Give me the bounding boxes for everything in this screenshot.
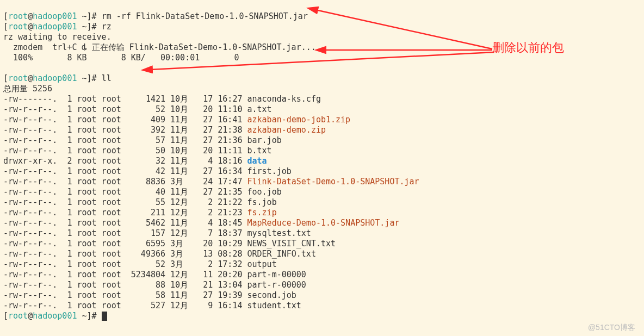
- list-row: -rw-r--r--. 1 root root 55 12月 2 21:22 f…: [3, 197, 277, 207]
- list-row: -rw-r--r--. 1 root root 40 11月 27 21:35 …: [3, 187, 282, 197]
- file-name: azkaban-demo.zip: [247, 125, 326, 135]
- rz-wait-line: rz waiting to receive.: [3, 32, 112, 42]
- file-name: part-r-00000: [247, 280, 306, 290]
- command-rm: rm -rf Flink-DataSet-Demo-1.0-SNAPSHOT.j…: [102, 11, 308, 21]
- file-name: foo.job: [247, 187, 281, 197]
- file-name: anaconda-ks.cfg: [247, 94, 320, 104]
- command-ll: ll: [102, 73, 112, 83]
- file-name: fs.job: [247, 197, 276, 207]
- list-row: drwxr-xr-x. 2 root root 32 11月 4 18:16 d…: [3, 156, 267, 166]
- list-row: -rw-------. 1 root root 1421 10月 17 16:2…: [3, 94, 321, 104]
- list-row: -rw-r--r--. 1 root root 6595 3月 20 10:29…: [3, 239, 336, 248]
- list-row: -rw-r--r--. 1 root root 58 11月 27 19:39 …: [3, 290, 296, 300]
- progress-line: 100% 8 KB 8 KB/ 00:00:01 0: [3, 53, 239, 63]
- prompt-1: [root@hadoop001 ~]#: [3, 11, 97, 21]
- list-row: -rw-r--r--. 1 root root 52 10月 20 11:10 …: [3, 104, 272, 114]
- file-name: bar.job: [247, 135, 281, 145]
- prompt-3: [root@hadoop001 ~]#: [3, 73, 97, 83]
- file-name: MapReduce-Demo-1.0-SNAPSHOT.jar: [247, 218, 399, 228]
- list-row: -rw-r--r--. 1 root root 5234804 12月 11 2…: [3, 270, 306, 279]
- file-name: NEWS_VISIT_CNT.txt: [247, 239, 336, 248]
- list-row: -rw-r--r--. 1 root root 409 11月 27 16:41…: [3, 115, 350, 125]
- list-row: -rw-r--r--. 1 root root 157 12月 7 18:37 …: [3, 228, 311, 238]
- cursor: [102, 312, 107, 321]
- file-name: first.job: [247, 166, 291, 176]
- annotation-label: 删除以前的包: [492, 42, 564, 53]
- file-name: fs.zip: [247, 208, 276, 217]
- list-row: -rw-r--r--. 1 root root 392 11月 27 21:38…: [3, 125, 326, 135]
- list-row: -rw-r--r--. 1 root root 527 12月 9 16:14 …: [3, 301, 301, 310]
- file-name: second.job: [247, 290, 296, 300]
- file-name: student.txt: [247, 301, 301, 310]
- file-name: a.txt: [247, 104, 271, 114]
- list-row: -rw-r--r--. 1 root root 8836 3月 24 17:47…: [3, 177, 419, 186]
- list-row: -rw-r--r--. 1 root root 50 10月 20 11:11 …: [3, 146, 272, 155]
- prompt-2: [root@hadoop001 ~]#: [3, 22, 97, 32]
- prompt-4: [root@hadoop001 ~]#: [3, 311, 97, 321]
- file-name: part-m-00000: [247, 270, 306, 279]
- command-rz: rz: [102, 22, 112, 32]
- zmodem-line: zmodem trl+C ȡ 正在传输 Flink-DataSet-Demo-1…: [3, 42, 316, 52]
- watermark: @51CTO博客: [588, 322, 635, 333]
- list-row: -rw-r--r--. 1 root root 5462 11月 4 18:45…: [3, 218, 399, 228]
- file-name: mysqltest.txt: [247, 228, 311, 238]
- file-name: Flink-DataSet-Demo-1.0-SNAPSHOT.jar: [247, 177, 419, 186]
- list-row: -rw-r--r--. 1 root root 88 10月 21 13:04 …: [3, 280, 306, 290]
- list-row: -rw-r--r--. 1 root root 211 12月 2 21:23 …: [3, 208, 277, 217]
- file-name: data: [247, 156, 267, 166]
- list-row: -rw-r--r--. 1 root root 42 11月 27 16:34 …: [3, 166, 292, 176]
- file-name: azkaban-demo-job1.zip: [247, 115, 350, 125]
- list-row: -rw-r--r--. 1 root root 49366 3月 13 08:2…: [3, 249, 316, 259]
- file-name: output: [247, 259, 276, 269]
- list-row: -rw-r--r--. 1 root root 57 11月 27 21:36 …: [3, 135, 282, 145]
- file-listing: -rw-------. 1 root root 1421 10月 17 16:2…: [3, 94, 641, 311]
- file-name: ORDER_INFO.txt: [247, 249, 315, 259]
- file-name: b.txt: [247, 146, 271, 155]
- ll-total-line: 总用量 5256: [3, 84, 52, 94]
- list-row: -rw-r--r--. 1 root root 52 3月 2 17:32 ou…: [3, 259, 277, 269]
